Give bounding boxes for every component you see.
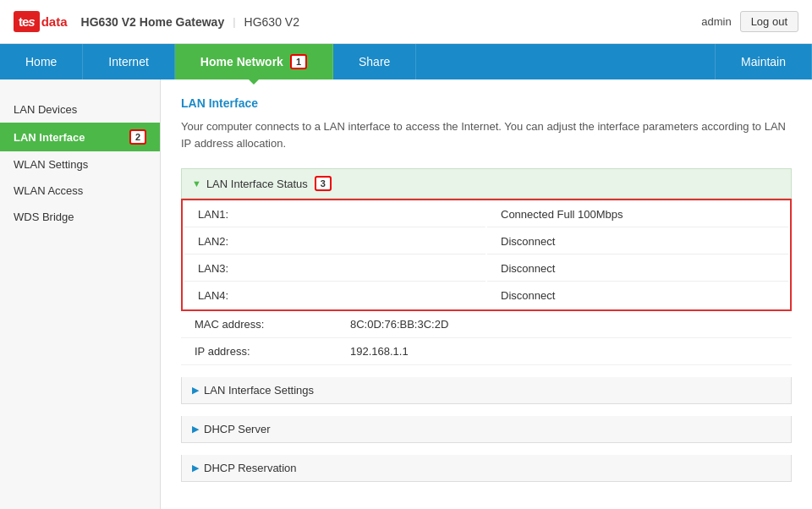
logout-button[interactable]: Log out (740, 11, 798, 32)
ip-label: IP address: (181, 345, 350, 358)
mac-address-row: MAC address: 8C:0D:76:BB:3C:2D (181, 311, 792, 338)
section-lan-interface-settings[interactable]: ▶ LAN Interface Settings (181, 377, 792, 404)
ip-value: 192.168.1.1 (350, 345, 409, 358)
mac-value: 8C:0D:76:BB:3C:2D (350, 318, 448, 331)
nav: Home Internet Home Network 1 Share Maint… (0, 44, 812, 79)
port-label: LAN4: (184, 283, 486, 308)
port-label: LAN2: (184, 229, 486, 254)
logo-te: tes (14, 11, 40, 32)
nav-item-internet[interactable]: Internet (83, 44, 174, 79)
section-badge-status: 3 (315, 176, 332, 191)
page-desc: Your computer connects to a LAN interfac… (181, 118, 792, 151)
table-row: LAN1: Connected Full 100Mbps (184, 202, 788, 227)
port-status: Disconnect (487, 283, 788, 308)
logo-data: data (41, 14, 68, 29)
port-status: Connected Full 100Mbps (487, 202, 788, 227)
expand-arrow-icon-reservation: ▶ (192, 462, 199, 473)
table-row: LAN3: Disconnect (184, 256, 788, 282)
port-status: Disconnect (487, 229, 788, 254)
section-dhcp-server[interactable]: ▶ DHCP Server (181, 416, 792, 443)
expand-arrow-icon-dhcp: ▶ (192, 424, 199, 435)
port-status: Disconnect (487, 256, 788, 282)
sidebar-item-wlan-settings[interactable]: WLAN Settings (0, 151, 160, 178)
logo: tes data (14, 11, 68, 32)
nav-item-maintain[interactable]: Maintain (715, 44, 812, 79)
sidebar-item-wlan-access[interactable]: WLAN Access (0, 178, 160, 204)
nav-item-share[interactable]: Share (333, 44, 416, 79)
sidebar-item-wds-bridge[interactable]: WDS Bridge (0, 204, 160, 230)
nav-badge-home-network: 1 (290, 54, 307, 69)
sidebar: LAN Devices LAN Interface 2 WLAN Setting… (0, 79, 161, 509)
layout: LAN Devices LAN Interface 2 WLAN Setting… (0, 79, 812, 509)
header-right: admin Log out (701, 11, 798, 32)
table-row: LAN2: Disconnect (184, 229, 788, 254)
nav-item-home[interactable]: Home (0, 44, 83, 79)
nav-item-home-network[interactable]: Home Network 1 (175, 44, 333, 79)
header-divider: | (233, 15, 235, 28)
sidebar-item-lan-devices[interactable]: LAN Devices (0, 96, 160, 123)
sidebar-badge-lan-interface: 2 (129, 129, 146, 145)
header-title: HG630 V2 Home Gateway (81, 15, 225, 29)
main-content: LAN Interface Your computer connects to … (161, 79, 812, 509)
mac-label: MAC address: (181, 318, 350, 331)
section-lan-interface-status[interactable]: ▼ LAN Interface Status 3 (181, 168, 792, 199)
section-dhcp-reservation[interactable]: ▶ DHCP Reservation (181, 455, 792, 482)
ip-address-row: IP address: 192.168.1.1 (181, 338, 792, 365)
expand-arrow-icon-settings: ▶ (192, 385, 199, 396)
header-subtitle: HG630 V2 (244, 15, 299, 29)
table-row: LAN4: Disconnect (184, 283, 788, 308)
sidebar-item-lan-interface[interactable]: LAN Interface 2 (0, 123, 160, 151)
admin-label: admin (701, 15, 731, 28)
port-label: LAN1: (184, 202, 486, 227)
lan-status-table: LAN1: Connected Full 100Mbps LAN2: Disco… (181, 199, 792, 311)
page-title: LAN Interface (181, 96, 792, 110)
header: tes data HG630 V2 Home Gateway | HG630 V… (0, 0, 812, 44)
collapse-arrow-icon: ▼ (192, 178, 201, 189)
port-label: LAN3: (184, 256, 486, 282)
